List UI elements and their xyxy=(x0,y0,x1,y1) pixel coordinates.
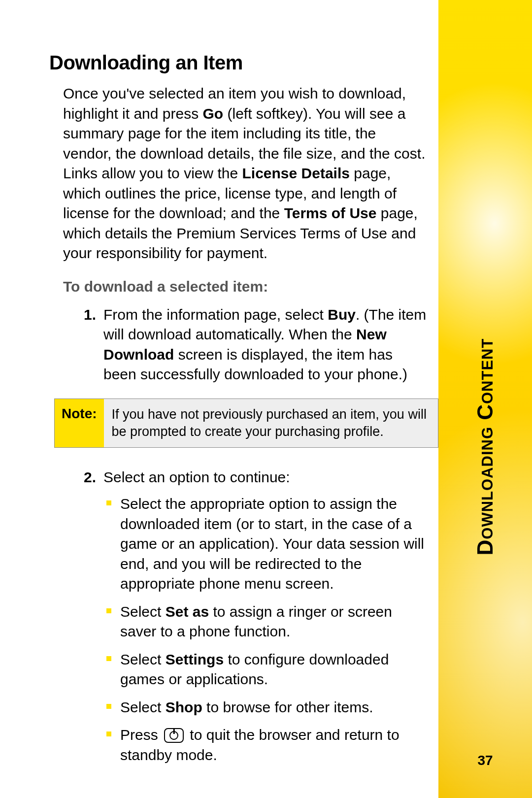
bold-terms-of-use: Terms of Use xyxy=(284,205,377,221)
bold-settings: Settings xyxy=(166,651,224,667)
step-1: 1. From the information page, select Buy… xyxy=(84,305,429,385)
bold-buy: Buy xyxy=(328,306,356,323)
bold-shop: Shop xyxy=(166,699,202,715)
text: Select xyxy=(120,699,166,715)
steps-list-cont: 2. Select an option to continue: Select … xyxy=(84,467,429,765)
note-text: If you have not previously purchased an … xyxy=(104,399,438,447)
section-heading: Downloading an Item xyxy=(49,52,429,74)
end-key-icon xyxy=(164,728,184,743)
text: Press xyxy=(120,727,162,743)
intro-paragraph: Once you've selected an item you wish to… xyxy=(63,84,429,264)
list-item: Select Shop to browse for other items. xyxy=(106,698,429,718)
text: Select xyxy=(120,603,166,620)
side-tab-label: Downloading Content xyxy=(473,338,498,556)
page-number: 37 xyxy=(438,753,532,768)
step-number: 2. xyxy=(84,467,96,488)
bold-set-as: Set as xyxy=(166,603,209,620)
sub-bullets: Select the appropriate option to assign … xyxy=(106,494,429,765)
text: Select xyxy=(120,651,166,667)
text: to browse for other items. xyxy=(202,699,373,715)
manual-page: Downloading an Item Once you've selected… xyxy=(0,0,532,798)
step-lead: Select an option to continue: xyxy=(103,469,290,485)
step-2: 2. Select an option to continue: Select … xyxy=(84,467,429,765)
list-item: Select Set as to assign a ringer or scre… xyxy=(106,602,429,642)
list-item: Select Settings to configure downloaded … xyxy=(106,650,429,690)
steps-list: 1. From the information page, select Buy… xyxy=(84,305,429,385)
procedure-subhead: To download a selected item: xyxy=(63,278,429,295)
bold-license-details: License Details xyxy=(242,165,350,181)
note-box: Note: If you have not previously purchas… xyxy=(54,399,438,448)
step-number: 1. xyxy=(84,305,96,325)
bold-go: Go xyxy=(203,105,224,122)
list-item: Select the appropriate option to assign … xyxy=(106,494,429,594)
side-tab: Downloading Content xyxy=(438,0,532,798)
note-label: Note: xyxy=(55,399,104,447)
content-area: Downloading an Item Once you've selected… xyxy=(49,52,429,779)
text: From the information page, select xyxy=(103,306,328,323)
list-item: Press to quit the browser and return to … xyxy=(106,725,429,765)
